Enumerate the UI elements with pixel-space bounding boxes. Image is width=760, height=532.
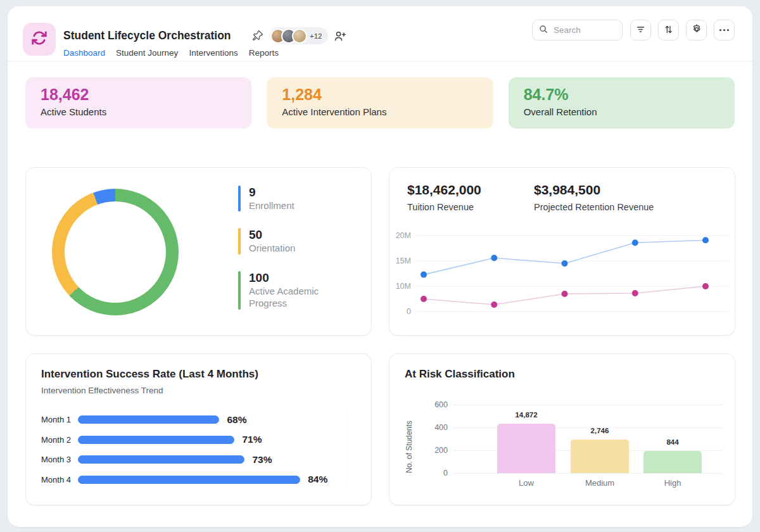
- legend-item: 100Active Academic Progress: [238, 271, 344, 310]
- hbar-chart: Month 168%Month 271%Month 373%Month 484%: [41, 410, 356, 490]
- hbar-bar: [78, 415, 219, 424]
- kpi-value: $18,462,000: [407, 182, 481, 198]
- hbar-bar: [78, 436, 234, 444]
- page-title: Student Lifecycle Orchestration: [63, 29, 231, 42]
- hbar-value-label: 71%: [242, 434, 262, 445]
- hbar-value-label: 68%: [227, 414, 246, 426]
- sort-button[interactable]: [658, 20, 679, 41]
- gridline: [453, 473, 722, 474]
- stat-label: Active Intervention Plans: [282, 106, 478, 117]
- legend-label: Active Academic Progress: [249, 285, 344, 310]
- tab-dashboard[interactable]: Dashboard: [63, 48, 105, 58]
- vbar-value-label: 844: [643, 438, 702, 446]
- stat-card: 18,462 Active Students: [25, 77, 251, 129]
- card-subtitle: Intervention Effectiveness Trend: [41, 386, 163, 395]
- charts-row-bottom: Intervention Success Rate (Last 4 Months…: [25, 353, 735, 505]
- legend-value: 100: [249, 271, 344, 285]
- y-tick-label: 600: [434, 400, 448, 409]
- revenue-chart-card: $18,462,000 Tuition Revenue $3,984,500 P…: [389, 167, 735, 336]
- legend-color-bar: [238, 271, 241, 310]
- search-icon: [539, 25, 548, 36]
- vbar-bar: [571, 440, 629, 473]
- kpi-tuition-revenue: $18,462,000 Tuition Revenue: [407, 182, 481, 212]
- y-tick-label: 0: [407, 307, 411, 316]
- donut-hole: [65, 201, 166, 303]
- avatar: [292, 28, 307, 44]
- donut-chart: [52, 189, 179, 315]
- card-title: At Risk Classification: [405, 368, 515, 381]
- line-point: [491, 301, 497, 308]
- main-panel: Student Lifecycle Orchestration +12: [8, 6, 752, 527]
- search-box[interactable]: [532, 20, 623, 41]
- y-tick-label: 0: [443, 469, 448, 478]
- vbar-value-label: 2,746: [571, 427, 629, 434]
- pin-button[interactable]: [251, 29, 265, 43]
- line-point: [632, 239, 638, 246]
- vbar-yaxis: 6004002000: [422, 405, 448, 473]
- donut-legend: 9Enrollment50Orientation100Active Academ…: [238, 186, 344, 310]
- header: Student Lifecycle Orchestration +12: [8, 6, 752, 61]
- vbar-category-label: Low: [497, 478, 555, 488]
- vbar-bar: [497, 424, 555, 473]
- line-point: [421, 272, 427, 278]
- hbar-value-label: 73%: [252, 454, 272, 466]
- line-point: [702, 237, 709, 243]
- hbar-bar: [78, 455, 244, 464]
- stat-value: 1,284: [282, 86, 478, 104]
- legend-color-bar: [238, 186, 241, 212]
- kpi-retention-revenue: $3,984,500 Projected Retention Revenue: [534, 182, 654, 212]
- legend-color-bar: [238, 228, 241, 254]
- card-title: Intervention Success Rate (Last 4 Months…: [41, 368, 258, 381]
- student-stage-donut-card: 9Enrollment50Orientation100Active Academ…: [25, 167, 372, 336]
- hbar-row: Month 373%: [41, 450, 356, 470]
- filter-button[interactable]: [630, 20, 651, 41]
- avatar-overflow-count: +12: [310, 32, 322, 40]
- more-icon: [719, 29, 730, 31]
- avatar-group[interactable]: +12: [270, 27, 328, 44]
- line-series: [424, 240, 706, 274]
- legend-label: Orientation: [249, 242, 295, 255]
- y-tick-label: 20M: [396, 231, 411, 240]
- tab-reports[interactable]: Reports: [249, 48, 279, 58]
- line-point: [632, 290, 638, 296]
- hbar-bar: [78, 476, 300, 484]
- vbar-bar: [643, 451, 702, 473]
- gridline: [453, 405, 722, 405]
- y-tick-label: 15M: [396, 256, 411, 265]
- line-point: [702, 283, 709, 289]
- tab-interventions[interactable]: Interventions: [189, 48, 238, 58]
- sort-icon: [663, 24, 674, 37]
- person-add-icon: [334, 30, 346, 44]
- kpi-label: Projected Retention Revenue: [534, 202, 654, 212]
- add-member-button[interactable]: [333, 30, 347, 44]
- legend-item: 9Enrollment: [238, 186, 344, 212]
- vbar-value-label: 14,872: [497, 411, 555, 419]
- stat-card: 1,284 Active Intervention Plans: [267, 77, 493, 129]
- pin-icon: [251, 29, 264, 44]
- y-tick-label: 10M: [396, 282, 411, 291]
- stat-value: 18,462: [41, 86, 236, 104]
- hbar-value-label: 84%: [308, 474, 327, 485]
- y-axis-title: No. of Students: [405, 405, 414, 473]
- hbar-row: Month 484%: [41, 470, 356, 490]
- hbar-row: Month 168%: [41, 410, 356, 430]
- vbar-chart: 14,872Low2,746Medium844High: [453, 405, 722, 473]
- search-input[interactable]: [552, 25, 616, 35]
- hbar-category-label: Month 4: [41, 475, 78, 484]
- tab-student-journey[interactable]: Student Journey: [116, 48, 178, 58]
- line-point: [421, 296, 427, 302]
- stats-row: 18,462 Active Students 1,284 Active Inte…: [25, 77, 735, 129]
- legend-label: Enrollment: [249, 200, 294, 212]
- revenue-line-chart: 20M15M10M0: [390, 225, 735, 330]
- legend-value: 50: [249, 228, 295, 242]
- settings-icon: [691, 23, 702, 37]
- kpi-label: Tuition Revenue: [407, 202, 481, 212]
- filter-icon: [635, 24, 646, 37]
- y-tick-label: 200: [434, 446, 448, 455]
- stat-value: 84.7%: [524, 86, 719, 104]
- legend-item: 50Orientation: [238, 228, 344, 254]
- stat-label: Active Students: [41, 106, 236, 117]
- settings-button[interactable]: [686, 20, 707, 41]
- more-button[interactable]: [714, 20, 735, 41]
- line-point: [562, 260, 568, 267]
